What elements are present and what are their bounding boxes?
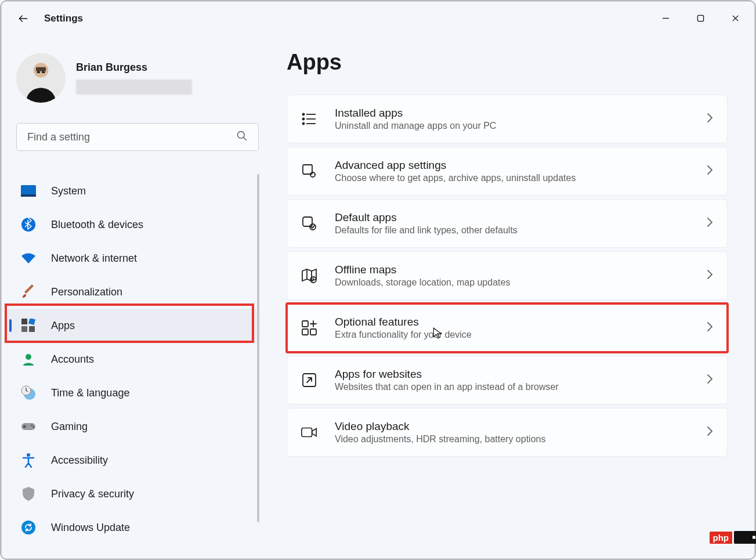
search-input[interactable] [27, 131, 236, 143]
svg-rect-12 [21, 194, 36, 197]
card-advanced-app-settings[interactable]: Advanced app settings Choose where to ge… [287, 147, 728, 196]
sidebar-item-label: Time & language [51, 387, 129, 399]
search-icon [236, 130, 248, 144]
card-title: Offline maps [335, 263, 689, 276]
sidebar-item-time[interactable]: Time & language [7, 376, 256, 410]
svg-point-28 [303, 118, 305, 120]
svg-rect-17 [29, 326, 35, 332]
minimize-icon [662, 15, 670, 22]
svg-rect-15 [28, 319, 35, 325]
sidebar-item-label: Privacy & security [51, 488, 134, 500]
chevron-right-icon [706, 269, 713, 282]
svg-rect-38 [302, 329, 308, 335]
card-apps-for-websites[interactable]: Apps for websites Websites that can open… [287, 356, 728, 404]
sidebar-item-label: Accounts [51, 353, 94, 366]
sidebar-item-update[interactable]: Windows Update [7, 511, 256, 544]
sidebar-item-label: System [51, 185, 86, 197]
card-title: Video playback [335, 420, 689, 433]
sidebar-item-label: Gaming [51, 421, 88, 433]
system-icon [20, 182, 37, 200]
person-icon [20, 351, 37, 368]
card-title: Advanced app settings [335, 159, 689, 172]
sidebar-item-label: Windows Update [51, 522, 130, 534]
svg-rect-16 [21, 326, 27, 332]
page-title: Apps [287, 50, 728, 75]
card-title: Apps for websites [335, 368, 689, 381]
svg-point-33 [310, 172, 315, 177]
wifi-icon [20, 250, 37, 267]
profile-block[interactable]: Brian Burgess [16, 53, 192, 103]
card-installed-apps[interactable]: Installed apps Uninstall and manage apps… [287, 95, 728, 143]
svg-point-13 [21, 218, 35, 232]
sidebar-item-privacy[interactable]: Privacy & security [7, 477, 256, 511]
svg-rect-8 [42, 71, 45, 73]
list-icon [301, 111, 317, 127]
svg-rect-11 [21, 185, 36, 196]
svg-rect-39 [310, 329, 316, 335]
sidebar-nav: System Bluetooth & devices Network & int… [7, 174, 256, 544]
arrow-left-icon [17, 13, 29, 24]
window-title: Settings [44, 13, 83, 24]
sidebar-item-gaming[interactable]: Gaming [7, 410, 256, 443]
watermark-text: php [710, 532, 733, 544]
sidebar-scrollbar[interactable] [257, 174, 259, 522]
svg-line-10 [244, 138, 247, 140]
svg-rect-1 [697, 15, 703, 21]
close-icon [732, 15, 739, 22]
card-subtitle: Video adjustments, HDR streaming, batter… [335, 434, 689, 445]
gamepad-icon [20, 418, 37, 435]
chevron-right-icon [706, 165, 713, 178]
card-offline-maps[interactable]: Offline maps Downloads, storage location… [287, 251, 728, 300]
apps-icon [20, 317, 37, 334]
svg-point-23 [33, 427, 35, 428]
default-apps-icon [301, 215, 317, 232]
svg-rect-14 [21, 319, 27, 324]
sidebar-item-network[interactable]: Network & internet [7, 241, 256, 275]
sidebar-item-label: Bluetooth & devices [51, 219, 143, 231]
card-optional-features[interactable]: Optional features Extra functionality fo… [287, 304, 728, 352]
profile-name: Brian Burgess [76, 62, 192, 74]
card-subtitle: Choose where to get apps, archive apps, … [335, 173, 689, 183]
sidebar-item-accounts[interactable]: Accounts [7, 342, 256, 376]
card-video-playback[interactable]: Video playback Video adjustments, HDR st… [287, 408, 728, 457]
svg-point-30 [303, 123, 305, 125]
grid-plus-icon [301, 320, 317, 336]
sidebar-item-apps[interactable]: Apps [7, 309, 256, 342]
chevron-right-icon [706, 321, 713, 334]
sidebar-item-personalization[interactable]: Personalization [7, 275, 256, 309]
card-title: Installed apps [335, 107, 689, 120]
clock-globe-icon [20, 384, 37, 402]
card-default-apps[interactable]: Default apps Defaults for file and link … [287, 199, 728, 248]
sidebar-item-system[interactable]: System [7, 174, 256, 208]
update-icon [20, 519, 37, 536]
chevron-right-icon [706, 426, 713, 439]
minimize-button[interactable] [648, 3, 683, 32]
chevron-right-icon [706, 374, 713, 386]
svg-rect-41 [302, 428, 312, 437]
card-subtitle: Websites that can open in an app instead… [335, 382, 689, 392]
chevron-right-icon [706, 113, 713, 125]
search-box[interactable] [16, 123, 259, 151]
sidebar-item-label: Accessibility [51, 454, 108, 467]
svg-point-26 [303, 114, 305, 115]
sidebar-item-label: Personalization [51, 286, 122, 298]
bluetooth-icon [20, 216, 37, 233]
map-icon [301, 268, 317, 284]
card-title: Default apps [335, 211, 689, 224]
svg-point-18 [26, 354, 31, 360]
svg-rect-6 [36, 67, 46, 71]
sidebar-item-bluetooth[interactable]: Bluetooth & devices [7, 208, 256, 241]
avatar [16, 53, 66, 103]
svg-rect-7 [37, 71, 40, 73]
card-subtitle: Uninstall and manage apps on your PC [335, 121, 689, 131]
sidebar-item-accessibility[interactable]: Accessibility [7, 443, 256, 477]
maximize-button[interactable] [683, 3, 718, 32]
watermark-badge: php [710, 531, 757, 544]
sidebar-item-label: Network & internet [51, 252, 137, 265]
svg-rect-37 [302, 321, 308, 327]
close-button[interactable] [718, 3, 753, 32]
shield-icon [20, 485, 37, 503]
back-button[interactable] [16, 12, 30, 26]
open-external-icon [301, 372, 317, 388]
maximize-icon [697, 15, 704, 22]
